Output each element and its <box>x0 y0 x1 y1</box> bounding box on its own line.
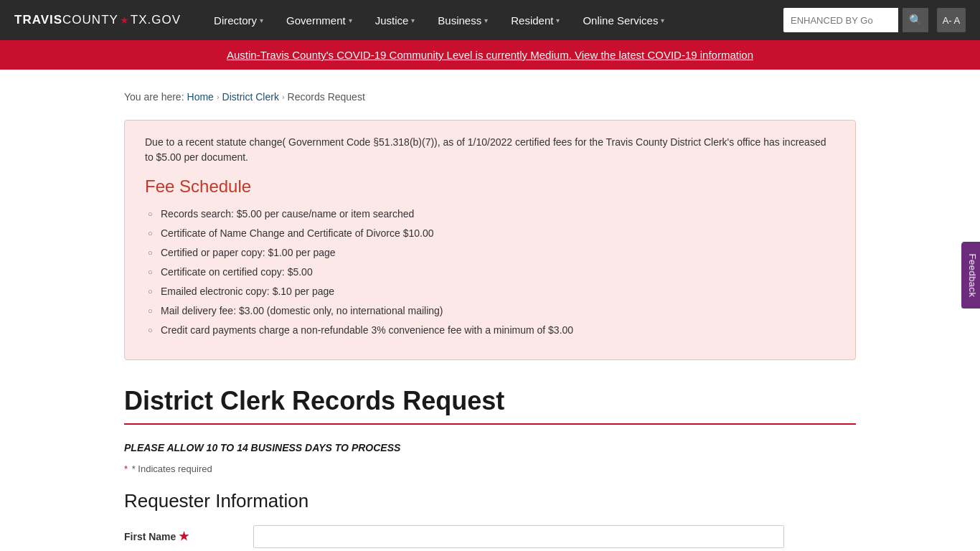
main-content: You are here: Home › District Clerk › Re… <box>95 70 885 551</box>
chevron-down-icon: ▾ <box>484 17 488 24</box>
logo-gov: TX.GOV <box>131 13 181 27</box>
search-icon: 🔍 <box>909 14 923 27</box>
covid-banner: Austin-Travis County's COVID-19 Communit… <box>0 40 980 70</box>
nav-item-online-services[interactable]: Online Services ▾ <box>571 0 676 40</box>
search-input[interactable] <box>783 8 898 32</box>
list-item: Records search: $5.00 per cause/name or … <box>145 207 835 222</box>
list-item: Certificate on certified copy: $5.00 <box>145 265 835 280</box>
list-item: Mail delivery fee: $3.00 (domestic only,… <box>145 303 835 319</box>
nav-items: Directory ▾ Government ▾ Justice ▾ Busin… <box>202 0 783 40</box>
required-star-icon: ★ <box>179 529 189 543</box>
fee-notice-text: Due to a recent statute change( Governme… <box>145 135 835 165</box>
covid-banner-link[interactable]: Austin-Travis County's COVID-19 Communit… <box>227 49 753 61</box>
breadcrumb-current: Records Request <box>288 91 365 103</box>
breadcrumb-label: You are here: <box>124 91 184 103</box>
list-item: Certificate of Name Change and Certifica… <box>145 226 835 241</box>
chevron-down-icon: ▾ <box>556 17 560 24</box>
breadcrumb-home[interactable]: Home <box>187 91 214 103</box>
text-resize-button[interactable]: A- A <box>937 8 966 32</box>
feedback-tab[interactable]: Feedback <box>961 242 980 309</box>
breadcrumb-separator-2: › <box>282 93 285 101</box>
list-item: Emailed electronic copy: $.10 per page <box>145 284 835 299</box>
list-item: Certified or paper copy: $1.00 per page <box>145 245 835 260</box>
fee-schedule-box: Due to a recent statute change( Governme… <box>124 120 856 360</box>
nav-item-business[interactable]: Business ▾ <box>426 0 499 40</box>
chevron-down-icon: ▾ <box>260 17 263 24</box>
logo-travis: TRAVIS <box>14 13 62 27</box>
required-note: * * Indicates required <box>124 463 856 474</box>
chevron-down-icon: ▾ <box>411 17 415 24</box>
required-star-symbol: * <box>124 463 128 474</box>
breadcrumb-separator-1: › <box>217 93 220 101</box>
list-item: Credit card payments charge a non-refund… <box>145 323 835 338</box>
nav-search: 🔍 A- A <box>783 8 966 32</box>
first-name-input[interactable] <box>253 525 784 548</box>
site-logo[interactable]: TRAVIS COUNTY ★ TX.GOV <box>14 13 181 27</box>
logo-county: COUNTY <box>62 13 118 27</box>
chevron-down-icon: ▾ <box>349 17 352 24</box>
processing-notice: PLEASE ALLOW 10 TO 14 BUSINESS DAYS TO P… <box>124 442 856 453</box>
breadcrumb: You are here: Home › District Clerk › Re… <box>124 91 856 103</box>
first-name-row: First Name ★ <box>124 525 856 548</box>
search-button[interactable]: 🔍 <box>903 8 928 32</box>
nav-item-directory[interactable]: Directory ▾ <box>202 0 275 40</box>
first-name-label: First Name ★ <box>124 525 239 543</box>
requester-section-heading: Requester Information <box>124 490 856 512</box>
chevron-down-icon: ▾ <box>661 17 664 24</box>
nav-item-resident[interactable]: Resident ▾ <box>499 0 571 40</box>
top-navigation: TRAVIS COUNTY ★ TX.GOV Directory ▾ Gover… <box>0 0 980 40</box>
nav-item-justice[interactable]: Justice ▾ <box>364 0 427 40</box>
fee-list: Records search: $5.00 per cause/name or … <box>145 207 835 338</box>
breadcrumb-district-clerk[interactable]: District Clerk <box>222 91 279 103</box>
page-title: District Clerk Records Request <box>124 386 856 425</box>
nav-item-government[interactable]: Government ▾ <box>275 0 364 40</box>
fee-schedule-heading: Fee Schedule <box>145 176 835 197</box>
logo-star: ★ <box>120 14 129 26</box>
